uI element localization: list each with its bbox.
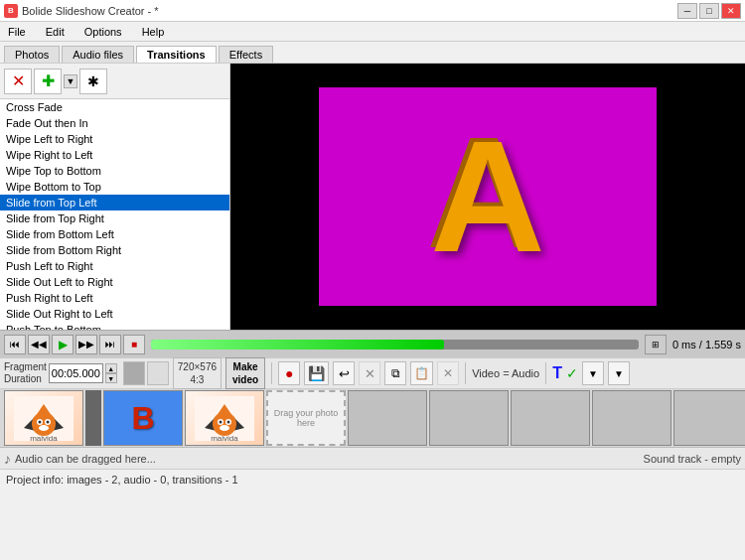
svg-point-7 <box>39 420 42 423</box>
audio-track[interactable]: ♪ Audio can be dragged here... Sound tra… <box>0 447 745 469</box>
add-transition-button[interactable]: ✚ <box>34 69 62 94</box>
transition-slide-bottom-right[interactable]: Slide from Bottom Right <box>0 242 229 258</box>
timeline-thumb-empty-3[interactable] <box>511 390 590 446</box>
timeline-thumb-empty-5[interactable] <box>673 390 745 446</box>
preview-black-right <box>657 87 681 306</box>
preview-black-left <box>294 87 319 306</box>
color-btn-light[interactable] <box>147 361 169 385</box>
transition-slide-top-right[interactable]: Slide from Top Right <box>0 210 229 226</box>
transitions-list[interactable]: Cross Fade Fade Out then In Wipe Left to… <box>0 99 229 330</box>
stop-button[interactable]: ■ <box>123 335 145 354</box>
next-frame-button[interactable]: ▶▶ <box>75 335 97 354</box>
play-button[interactable]: ▶ <box>52 335 74 354</box>
svg-point-18 <box>227 420 230 423</box>
audio-drag-label: Audio can be dragged here... <box>15 453 156 465</box>
duration-input[interactable]: 00:05.000 <box>49 363 103 383</box>
duration-label: FragmentDuration <box>4 361 47 385</box>
add-dropdown-button[interactable]: ▼ <box>64 74 77 88</box>
record-button[interactable]: ● <box>278 361 300 385</box>
tab-bar: Photos Audio files Transitions Effects <box>0 42 745 64</box>
color-buttons <box>123 361 169 385</box>
timeline-thumb-2[interactable]: B <box>103 390 183 446</box>
timeline-thumb-1[interactable]: malvida <box>4 390 83 446</box>
transition-push-top-bottom[interactable]: Push Top to Bottom <box>0 322 229 330</box>
delete-button[interactable]: ✕ <box>437 361 459 385</box>
maximize-button[interactable]: □ <box>699 3 719 19</box>
svg-point-17 <box>220 420 223 423</box>
duration-box: FragmentDuration 00:05.000 ▲ ▼ <box>4 361 117 385</box>
duration-spinner[interactable]: ▲ ▼ <box>105 363 117 383</box>
preview-quality-icon[interactable]: ⊞ <box>645 335 667 354</box>
tab-audio-files[interactable]: Audio files <box>62 46 134 63</box>
color-btn-gray[interactable] <box>123 361 145 385</box>
skip-forward-button[interactable]: ⏭ <box>99 335 121 354</box>
tab-transitions[interactable]: Transitions <box>136 46 217 63</box>
timeline: malvida B malvida <box>0 389 745 469</box>
copy-button[interactable]: ⧉ <box>384 361 406 385</box>
transition-slide-top-left[interactable]: Slide from Top Left <box>0 195 229 210</box>
menu-edit[interactable]: Edit <box>42 24 69 40</box>
transition-wipe-left-right[interactable]: Wipe Left to Right <box>0 131 229 147</box>
paste-button[interactable]: 📋 <box>410 361 433 385</box>
skip-back-button[interactable]: ⏮ <box>4 335 26 354</box>
transition-slide-bottom-left[interactable]: Slide from Bottom Left <box>0 226 229 242</box>
timeline-thumb-drag[interactable]: Drag your photo here <box>266 390 346 446</box>
menu-options[interactable]: Options <box>80 24 126 40</box>
menu-help[interactable]: Help <box>138 24 169 40</box>
tab-effects[interactable]: Effects <box>219 46 273 63</box>
transitions-toolbar: ✕ ✚ ▼ ✱ <box>0 64 229 99</box>
titlebar-left: B Bolide Slideshow Creator - * <box>4 4 159 18</box>
bottom-toolbar: FragmentDuration 00:05.000 ▲ ▼ 720×5764:… <box>0 357 745 389</box>
progress-bar[interactable] <box>151 340 639 350</box>
duration-down[interactable]: ▼ <box>105 373 117 383</box>
window-controls: ─ □ ✕ <box>677 3 741 19</box>
separator-2 <box>465 362 466 384</box>
time-display: 0 ms / 1.559 s <box>672 339 741 350</box>
close-button[interactable]: ✕ <box>721 3 741 19</box>
text-icon[interactable]: T <box>552 364 562 382</box>
prev-frame-button[interactable]: ◀◀ <box>28 335 50 354</box>
transition-fade-out-in[interactable]: Fade Out then In <box>0 115 229 131</box>
duration-up[interactable]: ▲ <box>105 363 117 373</box>
video-audio-label: Video = Audio <box>472 367 539 379</box>
timeline-thumb-empty-4[interactable] <box>592 390 671 446</box>
resolution-display: 720×5764:3 <box>173 357 222 389</box>
main-area: ✕ ✚ ▼ ✱ Cross Fade Fade Out then In Wipe… <box>0 64 745 330</box>
check-icon[interactable]: ✓ <box>566 365 578 381</box>
svg-point-19 <box>220 425 229 431</box>
app-icon: B <box>4 4 18 18</box>
svg-point-9 <box>39 425 49 431</box>
transition-wipe-right-left[interactable]: Wipe Right to Left <box>0 147 229 163</box>
svg-point-14 <box>213 412 236 436</box>
transition-wipe-top-bottom[interactable]: Wipe Top to Bottom <box>0 163 229 179</box>
transition-slide-out-right-left[interactable]: Slide Out Right to Left <box>0 306 229 322</box>
make-video-button[interactable]: Makevideo <box>225 357 265 389</box>
remove-transition-button[interactable]: ✕ <box>4 69 32 94</box>
transition-push-right-left[interactable]: Push Right to Left <box>0 290 229 306</box>
transition-cross-fade[interactable]: Cross Fade <box>0 99 229 115</box>
menu-file[interactable]: File <box>4 24 30 40</box>
check-dropdown-button[interactable]: ▼ <box>582 361 604 385</box>
svg-point-8 <box>47 420 50 423</box>
thumb-label-1: malvida <box>5 434 82 443</box>
transition-wipe-bottom-top[interactable]: Wipe Bottom to Top <box>0 179 229 195</box>
save-button[interactable]: 💾 <box>304 361 329 385</box>
settings-button[interactable]: ✱ <box>79 69 107 94</box>
minimize-button[interactable]: ─ <box>677 3 697 19</box>
timeline-thumb-empty-1[interactable] <box>348 390 427 446</box>
redo-button[interactable]: ✕ <box>359 361 380 385</box>
timeline-track[interactable]: malvida B malvida <box>0 389 745 447</box>
transition-slide-out-left-right[interactable]: Slide Out Left to Right <box>0 274 229 290</box>
status-text: Project info: images - 2, audio - 0, tra… <box>6 474 238 486</box>
svg-point-4 <box>32 412 56 436</box>
audio-empty-label: Sound track - empty <box>644 453 741 465</box>
tab-photos[interactable]: Photos <box>4 46 60 63</box>
transition-push-left-right[interactable]: Push Left to Right <box>0 258 229 274</box>
menubar: File Edit Options Help <box>0 22 745 42</box>
timeline-thumb-3[interactable]: malvida <box>185 390 264 446</box>
timeline-thumb-empty-2[interactable] <box>429 390 509 446</box>
transition-marker-1[interactable] <box>85 390 101 446</box>
undo-button[interactable]: ↩ <box>333 361 355 385</box>
more-options-button[interactable]: ▼ <box>608 361 630 385</box>
app-title: Bolide Slideshow Creator - * <box>22 5 159 17</box>
